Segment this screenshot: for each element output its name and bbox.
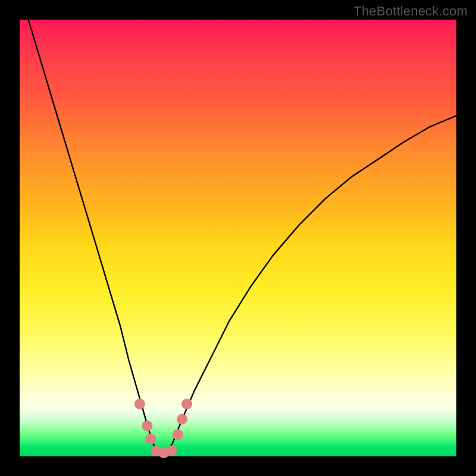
curve-marker [145, 434, 156, 444]
plot-area [20, 20, 456, 456]
curve-marker [134, 399, 145, 409]
bottleneck-curve [20, 20, 456, 456]
curve-marker [181, 399, 192, 409]
curve-marker [166, 446, 177, 456]
curve-marker [177, 414, 187, 425]
chart-frame: TheBottleneck.com [0, 0, 476, 476]
watermark-text: TheBottleneck.com [353, 4, 468, 19]
curve-marker [173, 429, 183, 440]
curve-marker [142, 421, 152, 431]
